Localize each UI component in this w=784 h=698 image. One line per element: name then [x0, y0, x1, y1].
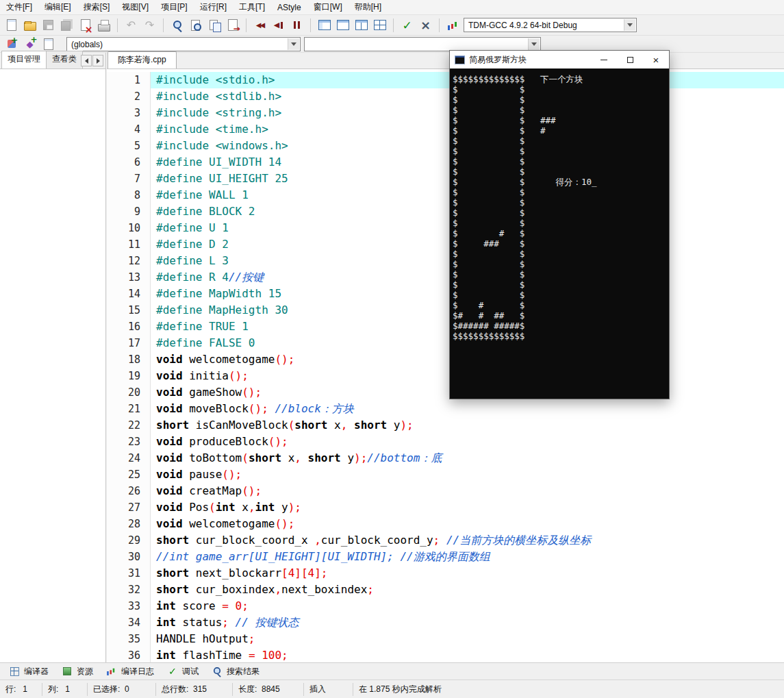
menu-project[interactable]: 项目[P]: [155, 0, 194, 14]
menu-run[interactable]: 运行[R]: [194, 0, 233, 14]
new-file-button[interactable]: [2, 16, 21, 34]
console-maximize-button[interactable]: [617, 51, 643, 68]
run-button[interactable]: [269, 16, 288, 34]
line-number[interactable]: 19: [107, 368, 151, 384]
code-text[interactable]: void pause();: [151, 466, 784, 483]
line-number[interactable]: 12: [107, 253, 151, 269]
save-all-button[interactable]: [58, 16, 76, 34]
line-number[interactable]: 34: [107, 614, 151, 631]
code-text[interactable]: short cur_block_coord_x ,cur_block_coord…: [151, 532, 784, 549]
menu-search[interactable]: 搜索[S]: [77, 0, 116, 14]
menu-edit[interactable]: 编辑[E]: [38, 0, 77, 14]
abort-compile-button[interactable]: [416, 16, 435, 34]
bottom-tab-compiler[interactable]: 编译器: [1, 663, 54, 680]
window-layout-button[interactable]: [370, 16, 389, 34]
line-number[interactable]: 25: [107, 466, 151, 483]
open-button[interactable]: [21, 16, 39, 34]
bottom-tab-search-results[interactable]: 搜索结果: [204, 663, 265, 680]
line-number[interactable]: 18: [107, 351, 151, 368]
close-button[interactable]: [76, 16, 94, 34]
code-text[interactable]: int score = 0;: [151, 598, 784, 614]
pause-button[interactable]: [288, 16, 306, 34]
line-number[interactable]: 6: [107, 154, 151, 171]
line-number[interactable]: 29: [107, 532, 151, 549]
line-number[interactable]: 9: [107, 203, 151, 220]
menu-window[interactable]: 窗口[W]: [307, 0, 349, 14]
line-number[interactable]: 33: [107, 598, 151, 614]
menu-astyle[interactable]: AStyle: [271, 0, 307, 14]
goto-line-button[interactable]: [223, 16, 242, 34]
code-text[interactable]: void Pos(int x,int y);: [151, 499, 784, 516]
code-text[interactable]: //int game_arr[UI_HEIGHT][UI_WIDTH]; //游…: [151, 549, 784, 565]
line-number[interactable]: 13: [107, 269, 151, 286]
line-number[interactable]: 20: [107, 384, 151, 401]
replace-button[interactable]: [205, 16, 223, 34]
line-number[interactable]: 1: [107, 72, 151, 88]
line-number[interactable]: 14: [107, 286, 151, 302]
code-text[interactable]: HANDLE hOutput;: [151, 631, 784, 647]
globals-select[interactable]: (globals): [66, 37, 301, 51]
undo-button[interactable]: [122, 16, 140, 34]
print-button[interactable]: [94, 16, 113, 34]
line-number[interactable]: 36: [107, 647, 151, 662]
code-editor[interactable]: 1#include <stdio.h>2#include <stdlib.h>3…: [107, 69, 784, 662]
compile-button[interactable]: [251, 16, 269, 34]
profile-analysis-button[interactable]: [444, 16, 462, 34]
menu-view[interactable]: 视图[V]: [116, 0, 155, 14]
code-text[interactable]: short cur_boxindex,next_boxindex;: [151, 582, 784, 598]
line-number[interactable]: 11: [107, 236, 151, 253]
left-tab-classes[interactable]: 查看类: [46, 51, 83, 68]
line-number[interactable]: 17: [107, 335, 151, 351]
tab-scroll-left-button[interactable]: [81, 55, 92, 66]
code-text[interactable]: short isCanMoveBlock(short x, short y);: [151, 417, 784, 434]
tab-scroll-right-button[interactable]: [92, 55, 103, 66]
line-number[interactable]: 27: [107, 499, 151, 516]
left-tab-project[interactable]: 项目管理: [1, 51, 47, 68]
line-number[interactable]: 30: [107, 549, 151, 565]
code-text[interactable]: void produceBlock();: [151, 434, 784, 450]
find-in-files-button[interactable]: [186, 16, 205, 34]
line-number[interactable]: 21: [107, 401, 151, 417]
split-editor-button[interactable]: [352, 16, 370, 34]
console-close-button[interactable]: ×: [643, 51, 669, 68]
line-number[interactable]: 10: [107, 220, 151, 236]
bottom-tab-debug[interactable]: 调试: [160, 663, 204, 680]
line-number[interactable]: 22: [107, 417, 151, 434]
line-number[interactable]: 8: [107, 187, 151, 203]
line-number[interactable]: 23: [107, 434, 151, 450]
line-number[interactable]: 26: [107, 483, 151, 499]
line-number[interactable]: 4: [107, 121, 151, 138]
console-output[interactable]: $$$$$$$$$$$$$$ 下一个方块$ $$ $$ $$ $ ###$ $ …: [450, 68, 669, 399]
menu-tools[interactable]: 工具[T]: [233, 0, 271, 14]
console-minimize-button[interactable]: [591, 51, 617, 68]
compiler-select[interactable]: TDM-GCC 4.9.2 64-bit Debug: [464, 18, 637, 32]
save-button[interactable]: [39, 16, 58, 34]
code-text[interactable]: void moveBlock(); //block：方块: [151, 401, 784, 417]
line-number[interactable]: 35: [107, 631, 151, 647]
line-number[interactable]: 31: [107, 565, 151, 582]
line-number[interactable]: 3: [107, 105, 151, 121]
menu-help[interactable]: 帮助[H]: [349, 0, 388, 14]
bottom-tab-resources[interactable]: 资源: [54, 663, 99, 680]
code-text[interactable]: void welcometogame();: [151, 516, 784, 532]
code-text[interactable]: int flashTime = 100;: [151, 647, 784, 662]
line-number[interactable]: 16: [107, 319, 151, 335]
menu-file[interactable]: 文件[F]: [0, 0, 38, 14]
code-text[interactable]: short next_blockarr[4][4];: [151, 565, 784, 582]
line-number[interactable]: 24: [107, 450, 151, 466]
syntax-check-button[interactable]: [398, 16, 416, 34]
line-number[interactable]: 28: [107, 516, 151, 532]
line-number[interactable]: 5: [107, 138, 151, 154]
file-tab[interactable]: 陈李若海.cpp: [108, 51, 177, 68]
line-number[interactable]: 32: [107, 582, 151, 598]
project-tree[interactable]: [0, 70, 105, 662]
code-text[interactable]: void toBottom(short x, short y);//bottom…: [151, 450, 784, 466]
code-text[interactable]: int status; // 按键状态: [151, 614, 784, 631]
find-button[interactable]: [168, 16, 186, 34]
toggle-report-panel-button[interactable]: [333, 16, 352, 34]
line-number[interactable]: 7: [107, 171, 151, 187]
console-titlebar[interactable]: 简易俄罗斯方块 ×: [450, 51, 669, 68]
line-number[interactable]: 15: [107, 302, 151, 319]
code-text[interactable]: void creatMap();: [151, 483, 784, 499]
line-number[interactable]: 2: [107, 88, 151, 105]
